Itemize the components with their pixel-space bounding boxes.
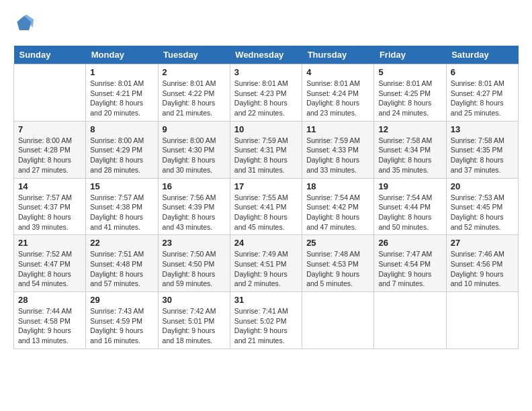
weekday-header-monday: Monday	[86, 46, 158, 64]
cell-info-line: Sunset: 4:27 PM	[451, 89, 503, 97]
logo	[13, 13, 38, 35]
cell-info-line: Daylight: 8 hours	[234, 213, 287, 221]
cell-day-number: 3	[234, 67, 298, 77]
cell-info-line: Sunset: 4:38 PM	[90, 203, 142, 211]
cell-info: Sunrise: 8:01 AMSunset: 4:27 PMDaylight:…	[451, 79, 514, 118]
cell-info-line: and 16 minutes.	[90, 336, 140, 345]
cell-info-line: Daylight: 9 hours	[451, 270, 504, 278]
cell-info: Sunrise: 7:58 AMSunset: 4:35 PMDaylight:…	[451, 136, 514, 175]
cell-info-line: and 7 minutes.	[378, 279, 425, 287]
cell-day-number: 13	[451, 124, 514, 134]
cell-info: Sunrise: 7:57 AMSunset: 4:38 PMDaylight:…	[90, 193, 153, 232]
cell-day-number: 4	[306, 67, 369, 77]
calendar-cell: 13Sunrise: 7:58 AMSunset: 4:35 PMDayligh…	[446, 121, 518, 178]
calendar-cell: 12Sunrise: 7:58 AMSunset: 4:34 PMDayligh…	[374, 121, 446, 178]
cell-info-line: Daylight: 8 hours	[306, 213, 359, 221]
cell-info-line: Daylight: 8 hours	[306, 156, 359, 164]
cell-info-line: Sunset: 5:01 PM	[163, 317, 215, 325]
cell-info-line: Sunset: 4:48 PM	[90, 260, 142, 268]
cell-day-number: 18	[306, 181, 369, 191]
cell-info-line: and 27 minutes.	[18, 166, 69, 174]
cell-info-line: Daylight: 8 hours	[163, 99, 216, 107]
calendar-cell	[14, 64, 86, 122]
weekday-header-wednesday: Wednesday	[230, 46, 302, 64]
cell-day-number: 27	[451, 238, 514, 248]
cell-info-line: Daylight: 9 hours	[378, 270, 431, 278]
cell-info-line: Daylight: 8 hours	[163, 270, 216, 278]
cell-info-line: Sunrise: 8:00 AM	[163, 136, 216, 144]
cell-info: Sunrise: 7:49 AMSunset: 4:51 PMDaylight:…	[234, 249, 298, 289]
cell-day-number: 7	[18, 124, 81, 134]
cell-info-line: and 39 minutes.	[18, 223, 69, 231]
page-header	[13, 13, 519, 35]
weekday-header-thursday: Thursday	[302, 46, 374, 64]
cell-day-number: 5	[378, 67, 441, 77]
cell-day-number: 15	[90, 181, 153, 191]
cell-info-line: Sunset: 4:35 PM	[451, 146, 503, 154]
cell-info-line: Sunset: 4:42 PM	[306, 203, 359, 211]
calendar-cell: 2Sunrise: 8:01 AMSunset: 4:22 PMDaylight…	[158, 64, 230, 122]
cell-info-line: Daylight: 8 hours	[90, 213, 143, 221]
cell-info-line: Sunset: 4:23 PM	[234, 89, 287, 97]
cell-info-line: Sunrise: 8:01 AM	[234, 79, 288, 87]
cell-info-line: and 25 minutes.	[451, 109, 501, 117]
cell-info-line: Daylight: 8 hours	[18, 270, 71, 278]
calendar-cell: 15Sunrise: 7:57 AMSunset: 4:38 PMDayligh…	[86, 178, 158, 235]
cell-info-line: Daylight: 9 hours	[163, 326, 216, 334]
calendar-cell: 29Sunrise: 7:43 AMSunset: 4:59 PMDayligh…	[86, 292, 158, 349]
cell-info-line: Sunset: 4:45 PM	[451, 203, 503, 211]
cell-info: Sunrise: 7:47 AMSunset: 4:54 PMDaylight:…	[378, 249, 441, 289]
cell-info-line: Sunrise: 7:47 AM	[378, 250, 432, 258]
cell-info-line: Sunset: 4:30 PM	[163, 146, 215, 154]
cell-info-line: and 10 minutes.	[451, 279, 501, 287]
calendar-cell: 11Sunrise: 7:59 AMSunset: 4:33 PMDayligh…	[302, 121, 374, 178]
cell-day-number: 12	[378, 124, 441, 134]
calendar-cell: 19Sunrise: 7:54 AMSunset: 4:44 PMDayligh…	[374, 178, 446, 235]
calendar-cell: 5Sunrise: 8:01 AMSunset: 4:25 PMDaylight…	[374, 64, 446, 122]
cell-info-line: Sunset: 4:51 PM	[234, 260, 287, 268]
cell-info-line: and 54 minutes.	[18, 279, 69, 287]
calendar-cell: 24Sunrise: 7:49 AMSunset: 4:51 PMDayligh…	[230, 235, 302, 292]
cell-day-number: 24	[234, 238, 298, 248]
cell-info-line: Sunset: 4:54 PM	[378, 260, 431, 268]
cell-info-line: Sunrise: 7:44 AM	[18, 307, 72, 315]
cell-info-line: and 20 minutes.	[90, 109, 140, 117]
calendar-cell: 1Sunrise: 8:01 AMSunset: 4:21 PMDaylight…	[86, 64, 158, 122]
cell-info-line: and 41 minutes.	[90, 223, 140, 231]
cell-info: Sunrise: 7:42 AMSunset: 5:01 PMDaylight:…	[163, 306, 226, 346]
cell-info-line: Sunrise: 7:54 AM	[306, 193, 360, 201]
cell-info-line: Sunset: 4:53 PM	[306, 260, 359, 268]
cell-info: Sunrise: 8:01 AMSunset: 4:25 PMDaylight:…	[378, 79, 441, 118]
calendar-cell: 8Sunrise: 8:00 AMSunset: 4:29 PMDaylight…	[86, 121, 158, 178]
cell-info: Sunrise: 7:53 AMSunset: 4:45 PMDaylight:…	[451, 193, 514, 232]
cell-info-line: and 28 minutes.	[90, 166, 140, 174]
cell-info: Sunrise: 7:46 AMSunset: 4:56 PMDaylight:…	[451, 249, 514, 289]
cell-info-line: Sunset: 4:21 PM	[90, 89, 142, 97]
cell-info: Sunrise: 8:00 AMSunset: 4:29 PMDaylight:…	[90, 136, 153, 175]
cell-info-line: Sunrise: 7:58 AM	[451, 136, 504, 144]
cell-info: Sunrise: 7:58 AMSunset: 4:34 PMDaylight:…	[378, 136, 441, 175]
cell-info-line: Sunrise: 7:56 AM	[163, 193, 216, 201]
cell-info-line: Daylight: 8 hours	[18, 213, 71, 221]
calendar-week-row: 28Sunrise: 7:44 AMSunset: 4:58 PMDayligh…	[14, 292, 519, 349]
calendar-week-row: 21Sunrise: 7:52 AMSunset: 4:47 PMDayligh…	[14, 235, 519, 292]
cell-info-line: Sunrise: 7:41 AM	[234, 307, 288, 315]
cell-info-line: Sunrise: 7:51 AM	[90, 250, 144, 258]
cell-info-line: Sunset: 4:56 PM	[451, 260, 503, 268]
cell-info-line: and 13 minutes.	[18, 336, 69, 345]
cell-info-line: Sunset: 4:44 PM	[378, 203, 431, 211]
cell-day-number: 14	[18, 181, 81, 191]
calendar-cell: 10Sunrise: 7:59 AMSunset: 4:31 PMDayligh…	[230, 121, 302, 178]
calendar-table: SundayMondayTuesdayWednesdayThursdayFrid…	[13, 46, 519, 349]
cell-info-line: Daylight: 9 hours	[18, 326, 71, 334]
cell-info-line: Daylight: 8 hours	[90, 156, 143, 164]
cell-day-number: 8	[90, 124, 153, 134]
cell-info-line: Daylight: 9 hours	[90, 326, 143, 334]
cell-info-line: Daylight: 9 hours	[306, 270, 359, 278]
cell-info-line: and 37 minutes.	[451, 166, 501, 174]
calendar-cell: 9Sunrise: 8:00 AMSunset: 4:30 PMDaylight…	[158, 121, 230, 178]
cell-info: Sunrise: 7:51 AMSunset: 4:48 PMDaylight:…	[90, 249, 153, 289]
cell-info: Sunrise: 8:01 AMSunset: 4:23 PMDaylight:…	[234, 79, 298, 118]
cell-info-line: Sunset: 4:50 PM	[163, 260, 215, 268]
cell-info: Sunrise: 7:59 AMSunset: 4:31 PMDaylight:…	[234, 136, 298, 175]
